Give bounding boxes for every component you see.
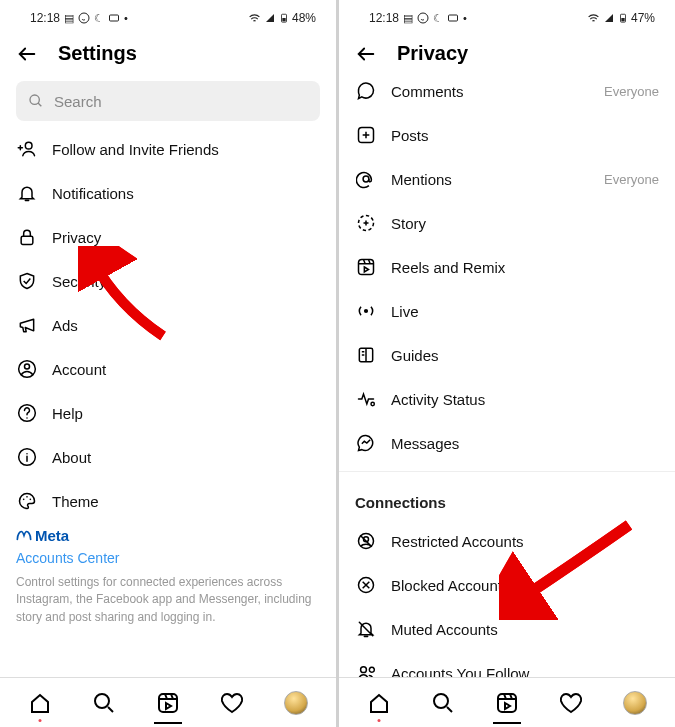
menu-comments[interactable]: Comments Everyone xyxy=(339,69,675,113)
nav-search[interactable] xyxy=(430,690,456,716)
moon-icon: ☾ xyxy=(433,12,443,25)
notification-icon: ▤ xyxy=(403,12,413,25)
svg-point-11 xyxy=(23,499,25,501)
mail-icon xyxy=(108,12,120,24)
lock-icon xyxy=(16,226,38,248)
menu-activity-status[interactable]: Activity Status xyxy=(339,377,675,421)
nav-search[interactable] xyxy=(91,690,117,716)
mail-icon xyxy=(447,12,459,24)
search-input[interactable]: Search xyxy=(16,81,320,121)
add-square-icon xyxy=(355,124,377,146)
more-icon: • xyxy=(124,12,128,24)
svg-point-32 xyxy=(434,694,448,708)
search-icon xyxy=(28,93,44,109)
page-title: Privacy xyxy=(397,42,468,65)
search-placeholder: Search xyxy=(54,93,102,110)
menu-about[interactable]: About xyxy=(0,435,336,479)
menu-privacy[interactable]: Privacy xyxy=(0,215,336,259)
menu-help[interactable]: Help xyxy=(0,391,336,435)
nav-profile[interactable] xyxy=(283,690,309,716)
at-icon xyxy=(355,168,377,190)
menu-follow-invite[interactable]: Follow and Invite Friends xyxy=(0,127,336,171)
help-icon xyxy=(16,402,38,424)
accounts-center-link[interactable]: Accounts Center xyxy=(16,544,320,574)
menu-posts[interactable]: Posts xyxy=(339,113,675,157)
nav-activity[interactable] xyxy=(219,690,245,716)
menu-account[interactable]: Account xyxy=(0,347,336,391)
shield-icon xyxy=(16,270,38,292)
whatsapp-icon xyxy=(78,12,90,24)
avatar xyxy=(284,691,308,715)
svg-point-5 xyxy=(25,142,32,149)
svg-rect-1 xyxy=(110,15,119,21)
menu-notifications[interactable]: Notifications xyxy=(0,171,336,215)
privacy-screen: 12:18 ▤ ☾ • 47% Privacy Comments Everyon… xyxy=(339,0,675,727)
menu-blocked[interactable]: Blocked Accounts xyxy=(339,563,675,607)
menu-theme[interactable]: Theme xyxy=(0,479,336,523)
bottom-nav xyxy=(0,677,336,727)
svg-point-25 xyxy=(364,309,368,313)
settings-screen: 12:18 ▤ ☾ • 48% Se xyxy=(0,0,336,727)
section-connections: Connections xyxy=(339,478,675,519)
back-icon[interactable] xyxy=(355,43,377,65)
svg-point-31 xyxy=(361,667,367,673)
svg-rect-3 xyxy=(282,18,285,21)
status-time: 12:18 xyxy=(30,11,60,25)
menu-reels[interactable]: Reels and Remix xyxy=(339,245,675,289)
menu-live[interactable]: Live xyxy=(339,289,675,333)
svg-point-12 xyxy=(26,496,28,498)
nav-activity[interactable] xyxy=(558,690,584,716)
menu-security[interactable]: Security xyxy=(0,259,336,303)
menu-accounts-follow[interactable]: Accounts You Follow xyxy=(339,651,675,677)
page-title: Settings xyxy=(58,42,137,65)
bottom-nav xyxy=(339,677,675,727)
svg-rect-6 xyxy=(21,236,33,244)
nav-reels[interactable] xyxy=(155,690,181,716)
meta-logo: Meta xyxy=(16,527,320,544)
live-icon xyxy=(355,300,377,322)
info-icon xyxy=(16,446,38,468)
notification-icon: ▤ xyxy=(64,12,74,25)
privacy-menu: Comments Everyone Posts Mentions Everyon… xyxy=(339,69,675,677)
more-icon: • xyxy=(463,12,467,24)
svg-rect-18 xyxy=(449,15,458,21)
battery-icon xyxy=(618,11,628,25)
reels-icon xyxy=(355,256,377,278)
restricted-icon xyxy=(355,530,377,552)
svg-point-27 xyxy=(371,402,374,405)
people-icon xyxy=(355,662,377,677)
menu-ads[interactable]: Ads xyxy=(0,303,336,347)
nav-home[interactable] xyxy=(27,690,53,716)
menu-messages[interactable]: Messages xyxy=(339,421,675,465)
svg-point-22 xyxy=(363,176,369,182)
svg-point-4 xyxy=(30,95,39,104)
menu-muted[interactable]: Muted Accounts xyxy=(339,607,675,651)
person-circle-icon xyxy=(16,358,38,380)
comments-icon xyxy=(355,80,377,102)
signal-icon xyxy=(603,12,615,24)
header: Settings xyxy=(0,24,336,79)
svg-point-13 xyxy=(30,499,32,501)
status-bar: 12:18 ▤ ☾ • 47% xyxy=(339,0,675,24)
wifi-icon xyxy=(248,12,261,25)
svg-point-14 xyxy=(95,694,109,708)
svg-rect-20 xyxy=(621,18,624,21)
settings-menu: Follow and Invite Friends Notifications … xyxy=(0,127,336,677)
menu-restricted[interactable]: Restricted Accounts xyxy=(339,519,675,563)
nav-profile[interactable] xyxy=(622,690,648,716)
svg-rect-24 xyxy=(359,260,374,275)
back-icon[interactable] xyxy=(16,43,38,65)
status-time: 12:18 xyxy=(369,11,399,25)
nav-home[interactable] xyxy=(366,690,392,716)
moon-icon: ☾ xyxy=(94,12,104,25)
activity-icon xyxy=(355,388,377,410)
menu-mentions[interactable]: Mentions Everyone xyxy=(339,157,675,201)
status-bar: 12:18 ▤ ☾ • 48% xyxy=(0,0,336,24)
svg-rect-33 xyxy=(498,694,516,712)
battery-icon xyxy=(279,11,289,25)
nav-reels[interactable] xyxy=(494,690,520,716)
whatsapp-icon xyxy=(417,12,429,24)
menu-story[interactable]: Story xyxy=(339,201,675,245)
menu-guides[interactable]: Guides xyxy=(339,333,675,377)
megaphone-icon xyxy=(16,314,38,336)
